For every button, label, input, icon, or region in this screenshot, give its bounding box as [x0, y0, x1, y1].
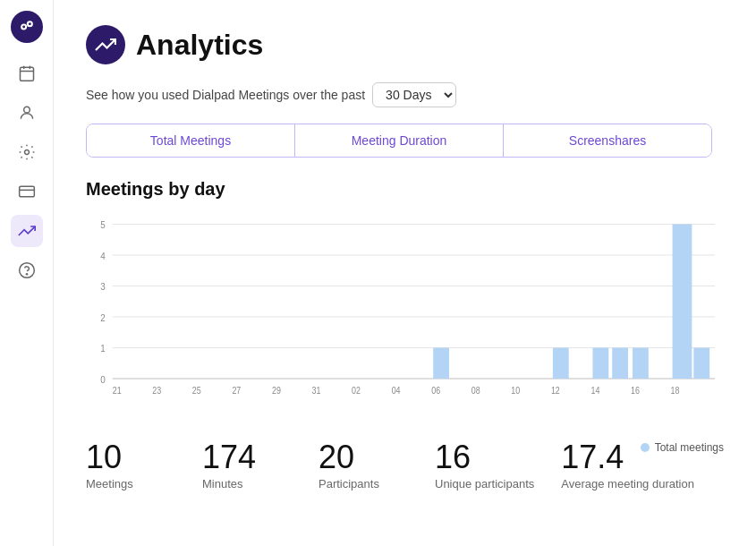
stat-unique-value: 16 — [435, 441, 534, 473]
stat-meetings-label: Meetings — [86, 477, 175, 491]
stat-meetings: 10 Meetings — [86, 441, 175, 491]
stat-participants-value: 20 — [319, 441, 408, 473]
tab-bar: Total Meetings Meeting Duration Screensh… — [86, 124, 712, 158]
subtitle-text: See how you used Dialpad Meetings over t… — [86, 88, 365, 102]
chart-container: 5 4 3 2 1 0 — [86, 214, 724, 420]
tab-total-meetings[interactable]: Total Meetings — [87, 124, 295, 157]
chart-section: Meetings by day 5 4 3 2 1 0 — [86, 179, 724, 420]
page-title: Analytics — [136, 29, 263, 62]
stat-minutes-label: Minutes — [202, 477, 292, 491]
svg-text:10: 10 — [511, 386, 520, 397]
bar-14b — [612, 348, 628, 380]
subtitle-row: See how you used Dialpad Meetings over t… — [86, 82, 724, 107]
stat-unique-label: Unique participants — [435, 477, 534, 491]
svg-text:23: 23 — [152, 386, 161, 397]
svg-text:0: 0 — [100, 373, 106, 385]
sidebar-item-billing[interactable] — [11, 175, 43, 208]
svg-text:1: 1 — [100, 342, 106, 354]
sidebar-item-help[interactable] — [11, 254, 43, 286]
svg-text:2: 2 — [100, 311, 106, 323]
svg-text:21: 21 — [113, 386, 122, 397]
app-logo — [11, 11, 43, 43]
bar-14a — [592, 348, 608, 380]
svg-text:18: 18 — [671, 386, 680, 397]
svg-point-1 — [27, 21, 31, 26]
stats-row: 10 Meetings 174 Minutes 20 Participants … — [86, 441, 724, 491]
tab-screenshares[interactable]: Screenshares — [504, 124, 711, 157]
svg-text:3: 3 — [100, 280, 106, 292]
svg-point-7 — [24, 150, 29, 155]
svg-point-0 — [21, 25, 26, 30]
tab-meeting-duration[interactable]: Meeting Duration — [295, 124, 504, 157]
date-range-select[interactable]: 30 Days 7 Days 90 Days — [372, 82, 456, 107]
stat-minutes: 174 Minutes — [202, 441, 292, 491]
svg-text:06: 06 — [431, 386, 440, 397]
svg-rect-8 — [19, 186, 34, 197]
main-content: Analytics See how you used Dialpad Meeti… — [54, 0, 756, 546]
stat-participants-label: Participants — [319, 477, 408, 491]
sidebar-item-settings[interactable] — [11, 136, 43, 168]
svg-text:4: 4 — [100, 250, 106, 261]
bar-12 — [553, 348, 569, 380]
legend-dot — [641, 443, 650, 452]
legend-label: Total meetings — [655, 441, 724, 454]
sidebar-item-contacts[interactable] — [11, 97, 43, 129]
page-header: Analytics — [86, 25, 724, 64]
bar-16 — [633, 348, 649, 380]
svg-text:16: 16 — [631, 386, 640, 397]
bar-06 — [433, 348, 449, 380]
svg-text:12: 12 — [551, 386, 560, 397]
stat-meetings-value: 10 — [86, 441, 175, 473]
svg-text:02: 02 — [352, 386, 361, 397]
svg-text:29: 29 — [272, 386, 281, 397]
svg-text:04: 04 — [392, 386, 401, 397]
bar-18 — [673, 225, 692, 380]
chart-legend: Total meetings — [641, 441, 724, 454]
svg-rect-2 — [20, 67, 33, 81]
sidebar — [0, 0, 54, 546]
svg-text:08: 08 — [471, 386, 480, 397]
svg-point-6 — [23, 107, 30, 113]
stat-unique-participants: 16 Unique participants — [435, 441, 534, 491]
stat-avg-label: Average meeting duration — [561, 477, 694, 491]
svg-text:27: 27 — [232, 386, 241, 397]
svg-point-10 — [19, 263, 34, 278]
stat-minutes-value: 174 — [202, 441, 292, 473]
sidebar-item-calendar[interactable] — [11, 57, 43, 90]
analytics-icon — [86, 25, 125, 64]
sidebar-item-analytics[interactable] — [11, 215, 43, 247]
svg-text:5: 5 — [100, 218, 106, 230]
svg-text:31: 31 — [312, 386, 321, 397]
chart-section-title: Meetings by day — [86, 179, 724, 200]
stat-participants: 20 Participants — [319, 441, 408, 491]
svg-text:25: 25 — [192, 386, 201, 397]
svg-text:14: 14 — [590, 386, 599, 397]
bar-18b — [693, 348, 709, 380]
chart-svg: 5 4 3 2 1 0 — [86, 214, 724, 420]
